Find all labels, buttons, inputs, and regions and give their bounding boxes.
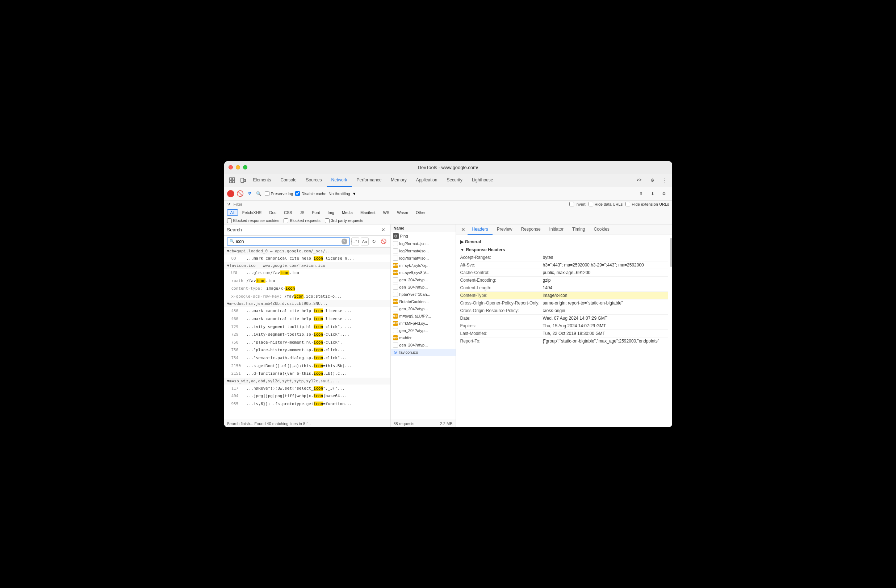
- tab-sources[interactable]: Sources: [302, 174, 326, 187]
- network-settings-icon[interactable]: ⚙: [659, 189, 669, 199]
- net-item-3[interactable]: log?format=jso...: [391, 247, 456, 254]
- scrollbar-thumb[interactable]: [670, 238, 672, 267]
- settings-icon[interactable]: ⚙: [648, 175, 658, 185]
- result-item[interactable]: x-google-scs-row-key: /favicon.ico:stati…: [224, 292, 390, 300]
- result-group-3-header[interactable]: ▼m=cdos,hsm,jsa,mb4ZUb,d,csi,cEt90b,SNU.…: [224, 300, 390, 307]
- result-item[interactable]: 955 ...is,6});_.fs.prototype.geticon=fun…: [224, 400, 390, 408]
- details-close-btn[interactable]: ✕: [459, 225, 468, 234]
- hide-data-urls-checkbox[interactable]: Hide data URLs: [588, 202, 623, 206]
- net-item-8[interactable]: gen_204?atyp...: [391, 283, 456, 291]
- tab-console[interactable]: Console: [276, 174, 301, 187]
- tab-elements[interactable]: Elements: [249, 174, 276, 187]
- type-btn-other[interactable]: Other: [413, 209, 429, 216]
- details-tab-initiator[interactable]: Initiator: [545, 224, 568, 235]
- type-btn-ws[interactable]: WS: [379, 209, 393, 216]
- details-tab-response[interactable]: Response: [517, 224, 545, 235]
- result-item[interactable]: 754 ..."semantic-path-dialog.sp-icon-cli…: [224, 354, 390, 362]
- type-btn-font[interactable]: Font: [309, 209, 323, 216]
- type-btn-js[interactable]: JS: [297, 209, 308, 216]
- record-button[interactable]: [227, 190, 234, 197]
- result-group-1-header[interactable]: ▼cb=gapi.loaded_0 — apis.google.com/_scs…: [224, 248, 390, 254]
- search-input[interactable]: [236, 239, 340, 244]
- maximize-button[interactable]: [243, 165, 247, 169]
- type-btn-wasm[interactable]: Wasm: [394, 209, 411, 216]
- result-item[interactable]: 2150 ...s.getRoot().el(),a);this.icon=th…: [224, 362, 390, 370]
- tab-memory[interactable]: Memory: [386, 174, 411, 187]
- preserve-log-checkbox[interactable]: Preserve log: [265, 191, 293, 196]
- inspect-icon[interactable]: [227, 175, 237, 185]
- case-btn[interactable]: Aa: [361, 238, 369, 245]
- result-item[interactable]: 729 ...ivity-segment-tooltip.hl-icon-cli…: [224, 323, 390, 331]
- tab-application[interactable]: Application: [412, 174, 442, 187]
- filter-icon[interactable]: ⧩: [246, 190, 253, 197]
- result-item[interactable]: :path /favicon.ico: [224, 277, 390, 285]
- type-btn-media[interactable]: Media: [338, 209, 356, 216]
- net-item-11[interactable]: gen_204?atyp...: [391, 305, 456, 312]
- throttle-dropdown-arrow[interactable]: ▼: [352, 192, 357, 196]
- upload-icon[interactable]: ⬆: [636, 189, 646, 199]
- response-headers-section-header[interactable]: ▼ Response Headers: [460, 246, 668, 254]
- regex-btn[interactable]: (.*): [351, 238, 359, 245]
- result-item[interactable]: 450 ...mark canonical cite help icon lic…: [224, 307, 390, 315]
- result-item[interactable]: 2151 ...d=function(a){var b=this.icon.Eb…: [224, 370, 390, 378]
- result-item[interactable]: 80 ...mark canonical cite help icon lice…: [224, 254, 390, 262]
- type-btn-fetchxhr[interactable]: Fetch/XHR: [239, 209, 265, 216]
- search-icon[interactable]: 🔍: [255, 190, 262, 197]
- device-icon[interactable]: [238, 175, 248, 185]
- tab-lighthouse[interactable]: Lighthouse: [468, 174, 498, 187]
- result-group-2-header[interactable]: ▼favicon.ico — www.google.com/favicon.ic…: [224, 262, 390, 269]
- tab-overflow-btn[interactable]: >>: [632, 174, 646, 187]
- net-item-9[interactable]: hpba?vet=10ah...: [391, 291, 456, 298]
- net-item-16[interactable]: gen_204?atyp...: [391, 341, 456, 349]
- details-tab-preview[interactable]: Preview: [492, 224, 517, 235]
- result-item[interactable]: 460 ...mark canonical cite help icon lic…: [224, 315, 390, 323]
- result-group-4-header[interactable]: ▼m=sb_wiz,aa,abd,sy12d,sytt,sytp,sy12c,s…: [224, 378, 390, 384]
- result-item[interactable]: 750 ..."place-history-moment.sp-icon-cli…: [224, 346, 390, 354]
- tab-performance[interactable]: Performance: [352, 174, 386, 187]
- result-item[interactable]: 404 ...jpeg|jpg|png|tiff|webp|x-icon|bas…: [224, 392, 390, 400]
- net-item-6[interactable]: XHR m=syv9,syv8,V...: [391, 269, 456, 276]
- close-button[interactable]: [229, 165, 233, 169]
- search-clear-btn[interactable]: ×: [341, 239, 347, 244]
- type-btn-manifest[interactable]: Manifest: [357, 209, 379, 216]
- result-item[interactable]: URL ...gle.com/favicon.ico: [224, 269, 390, 277]
- blocked-cookies-checkbox[interactable]: Blocked response cookies: [227, 218, 280, 223]
- net-item-favicon[interactable]: G favicon.ico: [391, 349, 456, 356]
- tab-security[interactable]: Security: [442, 174, 466, 187]
- net-item-4[interactable]: log?format=jso...: [391, 254, 456, 262]
- general-section-header[interactable]: ▶ General: [460, 238, 668, 246]
- minimize-button[interactable]: [236, 165, 240, 169]
- type-btn-css[interactable]: CSS: [281, 209, 296, 216]
- result-item[interactable]: 729 ...ivity-segment-tooltip.sp-icon-cli…: [224, 331, 390, 338]
- net-item-14[interactable]: gen_204?atyp...: [391, 327, 456, 334]
- search-cancel-btn[interactable]: 🚫: [379, 238, 387, 245]
- third-party-checkbox[interactable]: 3rd-party requests: [325, 218, 363, 223]
- search-refresh-btn[interactable]: ↻: [370, 238, 378, 245]
- invert-checkbox[interactable]: Invert: [569, 202, 586, 206]
- tab-network[interactable]: Network: [327, 174, 352, 187]
- result-item[interactable]: 117 ...nDReve"));Bw.set("select_icon",_J…: [224, 384, 390, 393]
- hide-ext-urls-checkbox[interactable]: Hide extension URLs: [625, 202, 669, 206]
- details-tab-timing[interactable]: Timing: [568, 224, 590, 235]
- blocked-requests-checkbox[interactable]: Blocked requests: [283, 218, 320, 223]
- type-btn-all[interactable]: All: [227, 209, 238, 216]
- result-item[interactable]: content-type: image/x-icon: [224, 285, 390, 292]
- net-item-7[interactable]: gen_204?atyp...: [391, 276, 456, 283]
- disable-cache-checkbox[interactable]: Disable cache: [295, 191, 326, 196]
- type-btn-img[interactable]: Img: [325, 209, 338, 216]
- net-item-ping[interactable]: Ping: [391, 232, 456, 240]
- filter-input[interactable]: [233, 202, 567, 206]
- net-item-2[interactable]: log?format=jso...: [391, 240, 456, 247]
- download-icon[interactable]: ⬇: [648, 189, 658, 199]
- search-close-btn[interactable]: ×: [379, 226, 387, 234]
- details-tab-headers[interactable]: Headers: [468, 224, 492, 235]
- details-tab-cookies[interactable]: Cookies: [590, 224, 614, 235]
- net-item-13[interactable]: XHR m=kMFpHd,sy...: [391, 320, 456, 327]
- net-item-10[interactable]: XHR RotateCookies...: [391, 298, 456, 305]
- net-item-5[interactable]: XHR m=syk7,sylc?xj...: [391, 262, 456, 269]
- menu-icon[interactable]: ⋮: [659, 175, 669, 185]
- result-item[interactable]: 750 ..."place-history-moment.hl-icon-cli…: [224, 338, 390, 346]
- type-btn-doc[interactable]: Doc: [266, 209, 280, 216]
- net-item-15[interactable]: XHR m=hfcr: [391, 334, 456, 341]
- clear-button[interactable]: 🚫: [236, 190, 244, 197]
